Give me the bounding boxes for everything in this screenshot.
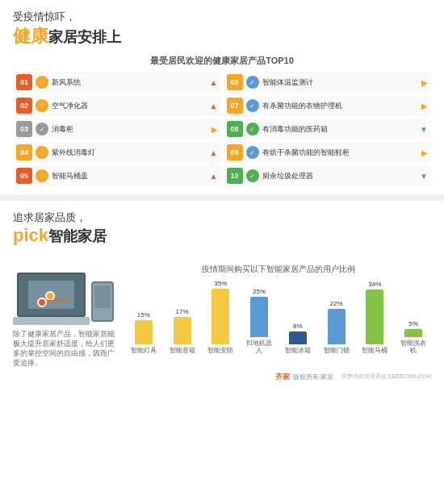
rank-badge: 09 (227, 144, 243, 160)
bar-pct-label: 34% (368, 281, 381, 288)
bottom-headline: 追求居家品质， pick智能家居 (13, 210, 431, 246)
bar-name-label: 智能门锁 (321, 347, 352, 354)
rank-badge: 07 (227, 98, 243, 114)
product-row: 09✓有烘干杀菌功能的智能鞋柜▶ (224, 142, 432, 163)
phone-device (91, 281, 114, 322)
bottom-section: 追求居家品质， pick智能家居 (0, 201, 444, 504)
bar-group: 35%智能安防 (203, 280, 239, 354)
page: 受疫情惊吓， 健康家居安排上 最受居民欢迎的健康家居产品TOP10 01♡新风系… (0, 0, 444, 504)
product-name: 紫外线消毒灯 (52, 148, 207, 158)
arrow-indicator: ▶ (421, 102, 428, 110)
product-row: 03✓消毒柜▶ (13, 119, 221, 140)
bottom-left-img: 除了健康家居产品，智能家居能极大提升居家舒适度，给人们更多的掌控空间的自由感，因… (13, 252, 118, 369)
top-headline: 受疫情惊吓， 健康家居安排上 (13, 10, 431, 48)
arrow-indicator: ▶ (421, 148, 428, 157)
product-icon: ✓ (246, 99, 259, 112)
bar (174, 317, 191, 344)
bar-pct-label: 5% (408, 320, 418, 327)
arrow-indicator: ▲ (210, 102, 218, 110)
top-content: 最受居民欢迎的健康家居产品TOP10 01♡新风系统▲06✓智能体温监测计▶02… (13, 55, 431, 186)
arrow-indicator: ▶ (212, 125, 218, 134)
bar-chart-title: 疫情期间购买以下智能家居产品的用户比例 (126, 264, 431, 275)
product-name: 新风系统 (52, 77, 207, 88)
bar (366, 289, 383, 344)
brand-group: 齐家 版权所有·家居 织梦内容管理系统 DEDECMS.COM (275, 372, 431, 382)
product-name: 厨余垃圾处理器 (262, 171, 417, 181)
brand-text: 版权所有·家居 (293, 373, 333, 381)
product-row: 06✓智能体温监测计▶ (224, 72, 432, 93)
rank-badge: 10 (227, 168, 243, 184)
top-section: 受疫情惊吓， 健康家居安排上 最受居民欢迎的健康家居产品TOP10 01♡新风系… (0, 0, 444, 194)
bar (289, 331, 307, 344)
bar-pct-label: 17% (176, 308, 189, 315)
product-icon: ♡ (36, 99, 48, 112)
product-row: 02♡空气净化器▲ (13, 95, 221, 116)
bottom-headline-line1: 追求居家品质， (13, 210, 431, 225)
bottom-highlight: pick (13, 225, 48, 245)
bar-name-label: 智能冰箱 (283, 347, 313, 354)
product-icon: ♡ (36, 169, 48, 182)
phone-screen (94, 285, 110, 308)
bar (135, 320, 153, 344)
arrow-indicator: ▼ (420, 172, 428, 181)
top-right: 最受居民欢迎的健康家居产品TOP10 01♡新风系统▲06✓智能体温监测计▶02… (13, 55, 431, 186)
product-name: 有消毒功能的医药箱 (262, 124, 417, 135)
product-name: 消毒柜 (52, 124, 208, 135)
rank-badge: 05 (16, 168, 32, 184)
bar-group: 34%智能马桶 (358, 280, 393, 354)
rank-badge: 01 (16, 74, 32, 90)
product-row: 01♡新风系统▲ (13, 72, 221, 93)
product-row: 07✓有杀菌功能的衣物护理机▶ (224, 95, 432, 116)
bar (404, 329, 422, 337)
bar-name-label: 智能音箱 (167, 347, 198, 354)
product-name: 智能体温监测计 (262, 77, 419, 88)
product-row: 05♡智能马桶盖▲ (13, 165, 221, 186)
product-name: 空气净化器 (52, 101, 207, 111)
product-icon: ✓ (246, 76, 259, 89)
watermark-text: 织梦内容管理系统 DEDECMS.COM (341, 373, 431, 381)
laptop-base (13, 317, 90, 325)
bar-chart: 15%智能灯具17%智能音箱35%智能安防25%扫地机器人8%智能冰箱22%智能… (126, 280, 431, 369)
top-headline-line1: 受疫情惊吓， (13, 10, 431, 24)
arrow-indicator: ▼ (420, 125, 428, 134)
bar-pct-label: 35% (214, 280, 227, 287)
rank-badge: 03 (16, 121, 32, 137)
top-highlight: 健康 (13, 26, 48, 46)
bar-name-label: 扫地机器人 (244, 339, 274, 354)
bar-group: 17%智能音箱 (165, 280, 200, 354)
product-icon: ✓ (246, 169, 259, 182)
top-headline-line2: 健康家居安排上 (13, 24, 431, 48)
bar-name-label: 智能洗衣机 (398, 339, 429, 354)
dot-2 (37, 298, 47, 307)
device-illustration (13, 252, 118, 325)
conn-line (47, 300, 67, 301)
product-icon: ✓ (246, 123, 259, 135)
bar (212, 289, 229, 344)
product-name: 有杀菌功能的衣物护理机 (262, 101, 419, 111)
product-row: 10✓厨余垃圾处理器▼ (224, 165, 432, 186)
img-caption: 除了健康家居产品，智能家居能极大提升居家舒适度，给人们更多的掌控空间的自由感，因… (13, 330, 118, 369)
product-icon: ♡ (36, 146, 48, 159)
product-name: 智能马桶盖 (52, 171, 207, 181)
brand-icon: 齐家 (275, 372, 290, 382)
bar-pct-label: 8% (293, 323, 303, 330)
product-icon: ✓ (36, 123, 48, 135)
bar-group: 8%智能冰箱 (280, 280, 316, 354)
bar (328, 309, 346, 344)
bar-pct-label: 25% (253, 288, 266, 295)
arrow-indicator: ▲ (210, 172, 218, 181)
rank-badge: 06 (227, 74, 243, 90)
product-name: 有烘干杀菌功能的智能鞋柜 (262, 148, 419, 158)
bar-pct-label: 22% (330, 300, 343, 307)
bar (250, 297, 268, 337)
top10-grid: 01♡新风系统▲06✓智能体温监测计▶02♡空气净化器▲07✓有杀菌功能的衣物护… (13, 72, 431, 186)
product-icon: ♡ (36, 76, 48, 89)
brand-area: 齐家 版权所有·家居 织梦内容管理系统 DEDECMS.COM (13, 372, 431, 382)
bar-name-label: 智能安防 (205, 347, 236, 354)
product-row: 08✓有消毒功能的医药箱▼ (224, 119, 432, 140)
top-chart-title: 最受居民欢迎的健康家居产品TOP10 (13, 55, 431, 67)
bar-group: 5%智能洗衣机 (396, 280, 431, 354)
bottom-headline-line2: pick智能家居 (13, 225, 431, 246)
product-row: 04♡紫外线消毒灯▲ (13, 142, 221, 163)
bar-name-label: 智能灯具 (128, 347, 159, 354)
